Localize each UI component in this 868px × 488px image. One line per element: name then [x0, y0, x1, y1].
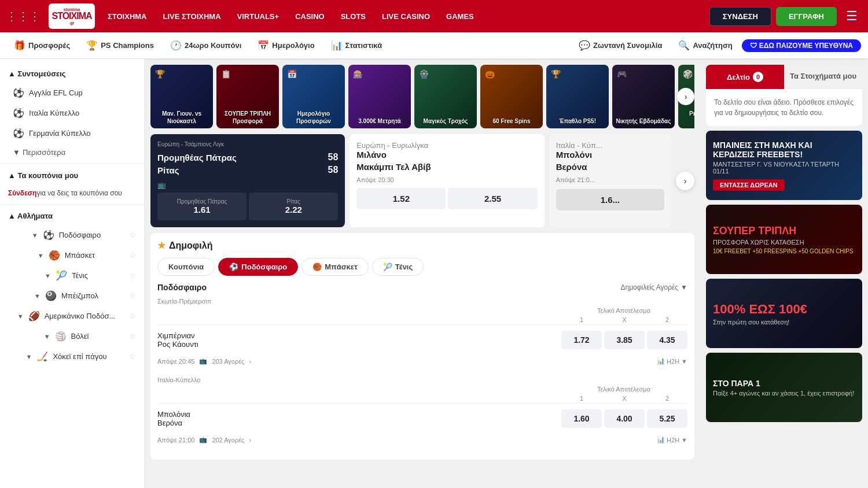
sec-nav-promotions[interactable]: 🎁 Προσφορές [7, 36, 77, 54]
grid-icon[interactable]: ⋮⋮⋮ [6, 9, 41, 23]
popular-markets-dropdown[interactable]: Δημοφιλείς Αγορές ▼ [620, 283, 687, 291]
nav-stoixima[interactable]: ΣΤΟΙΧΗΜΑ [101, 8, 154, 25]
more-bets-0[interactable]: 203 Αγορές [212, 358, 244, 365]
star-icon-2[interactable]: ☆ [129, 251, 136, 260]
promo-card-7[interactable]: 🎮 Νικητής Εβδομάδας [612, 65, 675, 128]
promo-icon-4: 🎡 [419, 69, 429, 79]
sec-nav-live-chat[interactable]: 💬 Ζωντανή Συνομιλία [572, 36, 669, 54]
sec-nav-24h-coupon[interactable]: 🕐 24ωρο Κουπόνι [163, 36, 248, 54]
sidebar-item-germany-cup[interactable]: ⚽ Γερμανία Κύπελλο [0, 123, 144, 143]
promo-card-3[interactable]: 🎰 3.000€ Μετρητά [348, 65, 411, 128]
promo-card-1[interactable]: 📋 ΣΟΥΠΕΡ ΤΡΙΠΛΗ Προσφορά [216, 65, 279, 128]
banner-100[interactable]: 100% ΕΩΣ 100€ Στην πρώτη σου κατάθεση! [706, 279, 862, 348]
register-button[interactable]: ΕΓΓΡΑΦΗ [776, 7, 837, 26]
sidebar-sport-tennis[interactable]: ▼ 🎾 Τένις ☆ [0, 265, 144, 286]
coupon-signin-link[interactable]: Σύνδεση [8, 189, 36, 197]
bet-btn-2-1[interactable]: 1.6... [556, 189, 664, 210]
league-name-2: Ιταλία - Κύπ... [556, 141, 664, 150]
sidebar-sport-baseball[interactable]: ▼ 🎱 Μπέιζμπολ ☆ [0, 286, 144, 306]
promo-card-6[interactable]: 🏆 Έπαθλο PS5! [546, 65, 609, 128]
star-icon-5[interactable]: ☆ [129, 312, 136, 320]
banner-ps-btn[interactable]: ΕΝΤΑΣΣΕ ΔΩΡΕΑΝ [713, 179, 785, 191]
chevron-down-icon: ▼ [32, 232, 38, 239]
shortcuts-header[interactable]: ▲ Συντομεύσεις [0, 65, 144, 83]
match-time-1: Απόψε 20:30 [356, 176, 537, 183]
sec-nav-search[interactable]: 🔍 Αναζήτηση [671, 36, 739, 54]
hamburger-icon[interactable]: ☰ [841, 6, 862, 26]
bet-cell-1-2[interactable]: 5.25 [647, 409, 687, 428]
tab-tennis[interactable]: 🎾 Τένις [372, 258, 424, 276]
promo-next-button[interactable]: › [677, 88, 694, 105]
bet-cell-0-2[interactable]: 4.35 [647, 331, 687, 349]
live-next-button[interactable]: › [676, 172, 694, 190]
promo-card-0[interactable]: 🏆 Μαν. Γιουν. vs Νιούκαστλ [150, 65, 213, 128]
h2h-1[interactable]: 📊 H2H ▼ [657, 436, 687, 443]
nav-live-stoixima[interactable]: LIVE ΣΤΟΙΧΗΜΑ [156, 8, 228, 25]
banner-para1-sub: Παίξε 4+ αγώνες και αν χάσεις 1, έχεις ε… [713, 390, 855, 397]
star-icon-3[interactable]: ☆ [129, 271, 136, 280]
banner-ps-title: ΜΠΑΙΝΕΙΣ ΣΤΗ ΜΑΧΗ ΚΑΙ ΚΕΡΔΙΖΕΙΣ FREEBETS… [713, 141, 855, 159]
nav-virtuals[interactable]: VIRTUALS+ [230, 8, 286, 25]
team1-0: Προμηθέας Πάτρας 58 [157, 152, 338, 162]
sidebar-item-england-efl[interactable]: ⚽ Αγγλία EFL Cup [0, 83, 144, 103]
sec-nav-calendar[interactable]: 📅 Ημερολόγιο [251, 36, 321, 54]
responsible-gaming-badge[interactable]: 🛡 ΕΔΩ ΠΑΙΖΟΥΜΕ ΥΠΕΥΘΥΝΑ [742, 39, 861, 52]
more-bets-1[interactable]: 202 Αγορές [212, 437, 244, 443]
star-icon-4[interactable]: ☆ [129, 291, 136, 300]
star-icon-6[interactable]: ☆ [129, 332, 136, 341]
bet-btn-0-2[interactable]: Ρίτας 2.22 [249, 193, 338, 220]
star-icon[interactable]: ☆ [129, 231, 136, 239]
chevron-down-icon-4: ▼ [34, 293, 41, 300]
promo-card-2[interactable]: 📅 Ημερολόγιο Προσφορών [282, 65, 345, 128]
bet-btn-1-1[interactable]: 1.52 [356, 188, 446, 209]
sec-nav-statistics[interactable]: 📊 Στατιστικά [324, 36, 389, 54]
sidebar-sport-volleyball[interactable]: ▼ 🏐 Βόλεϊ ☆ [0, 326, 144, 346]
bet-cell-0-1[interactable]: 1.72 [561, 331, 602, 349]
sidebar-item-italy-cup[interactable]: ⚽ Ιταλία Κύπελλο [0, 103, 144, 123]
chevron-down-icon-3: ▼ [45, 272, 51, 279]
banner-para1[interactable]: ΣΤΟ ΠΑΡΑ 1 Παίξε 4+ αγώνες και αν χάσεις… [706, 353, 862, 422]
promo-card-4[interactable]: 🎡 Μαγικός Τροχός [414, 65, 477, 128]
match-block-0: Σκωτία-Πρέμιερσιπ Τελικό Αποτέλεσμα 1 Χ … [157, 295, 687, 367]
bet-btn-1-2[interactable]: 2.55 [448, 188, 537, 209]
calendar-icon: 📅 [258, 40, 269, 51]
nav-games[interactable]: GAMES [439, 8, 481, 25]
nav-slots[interactable]: SLOTS [334, 8, 373, 25]
sports-header[interactable]: ▲ Αθλήματα [0, 207, 144, 225]
shortcuts-more[interactable]: ▼ Περισσότερα [0, 143, 144, 161]
sidebar-sport-american-football[interactable]: ▼ 🏈 Αμερικάνικο Ποδόσ... ☆ [0, 306, 144, 326]
tab-coupons[interactable]: Κουπόνια [157, 258, 215, 276]
football-tab-icon: ⚽ [229, 263, 238, 271]
login-button[interactable]: ΣΥΝΔΕΣΗ [709, 7, 771, 26]
bet-btn-0-1[interactable]: Προμηθέας Πάτρας 1.61 [157, 193, 247, 220]
score1-0: 58 [328, 152, 339, 162]
banner-triple[interactable]: ΣΟΥΠΕΡ ΤΡΙΠΛΗ ΠΡΟΣΦΟΡΑ ΧΩΡΙΣ ΚΑΤΑΘΕΣΗ 10… [706, 205, 862, 274]
tab-football[interactable]: ⚽ Ποδόσφαιρο [218, 258, 298, 276]
nav-casino[interactable]: CASINO [288, 8, 332, 25]
sidebar-sport-basketball[interactable]: ▼ 🏀 Μπάσκετ ☆ [0, 245, 144, 265]
nav-live-casino[interactable]: LIVE CASINO [375, 8, 437, 25]
team1-match-1: Μπολόνια [157, 410, 561, 419]
logo[interactable]: stoixima STOIXIMA .gr [49, 3, 95, 29]
h2h-0[interactable]: 📊 H2H ▼ [657, 357, 687, 365]
promo-cards-row: 🏆 Μαν. Γιουν. vs Νιούκαστλ 📋 ΣΟΥΠΕΡ ΤΡΙΠ… [150, 65, 694, 128]
chevron-more-bets-1: › [249, 437, 251, 443]
baseball-icon: 🎱 [45, 290, 57, 301]
stats-icon: 📊 [331, 40, 343, 51]
sidebar-sport-hockey[interactable]: ▼ 🏒 Χόκεϊ επί πάγου ☆ [0, 346, 144, 367]
star-icon-7[interactable]: ☆ [129, 352, 136, 361]
sidebar-sport-football[interactable]: ▼ ⚽ Ποδόσφαιρο ☆ [0, 225, 144, 245]
team2-1: Μακάμπι Τελ Αβίβ [356, 162, 537, 172]
promo-card-5[interactable]: 🎃 60 Free Spins [480, 65, 543, 128]
betslip-tab-mybets[interactable]: Τα Στοιχήματά μου [784, 65, 862, 89]
bet-cell-0-x[interactable]: 3.85 [604, 331, 645, 349]
coupons-header[interactable]: ▲ Τα κουπόνια μου [0, 167, 144, 184]
bet-cell-1-1[interactable]: 1.60 [561, 409, 602, 428]
tab-basketball[interactable]: 🏀 Μπάσκετ [301, 258, 369, 276]
banner-ps-champions[interactable]: ΜΠΑΙΝΕΙΣ ΣΤΗ ΜΑΧΗ ΚΑΙ ΚΕΡΔΙΖΕΙΣ FREEBETS… [706, 131, 862, 200]
bet-cell-1-x[interactable]: 4.00 [604, 409, 645, 428]
betslip-tab-active[interactable]: Δελτίο 0 [706, 65, 784, 89]
search-icon: 🔍 [678, 40, 690, 51]
sec-nav-ps-champions[interactable]: 🏆 PS Champions [79, 36, 161, 54]
banner-100-sub: Στην πρώτη σου κατάθεση! [713, 319, 855, 326]
